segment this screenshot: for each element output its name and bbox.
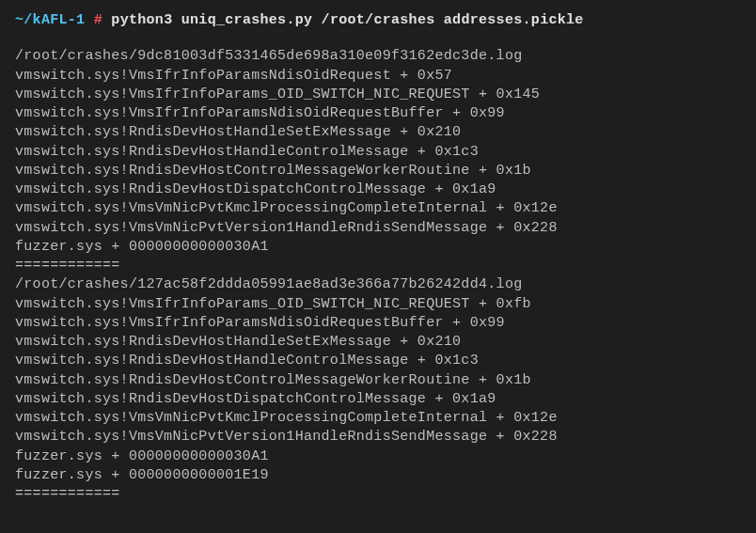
stack-frame: vmswitch.sys!RndisDevHostHandleControlMe… [15,143,741,162]
stack-frame: fuzzer.sys + 00000000000030A1 [15,238,741,257]
prompt-path: ~/kAFL-1 [15,12,85,28]
stack-frame: fuzzer.sys + 0000000000001E19 [15,466,741,485]
command-text[interactable]: python3 uniq_crashes.py /root/crashes ad… [111,12,583,28]
terminal-output: /root/crashes/9dc81003df5331465de698a310… [15,47,741,504]
stack-frame: vmswitch.sys!VmsVmNicPvtVersion1HandleRn… [15,219,741,238]
stack-frame: vmswitch.sys!VmsIfrInfoParamsNdisOidRequ… [15,314,741,333]
stack-frame: vmswitch.sys!RndisDevHostControlMessageW… [15,371,741,390]
stack-frame: vmswitch.sys!RndisDevHostDispatchControl… [15,180,741,199]
separator: ============ [15,485,741,504]
stack-frame: vmswitch.sys!VmsIfrInfoParams_OID_SWITCH… [15,295,741,314]
prompt-hash: # [94,12,112,28]
stack-frame: vmswitch.sys!RndisDevHostHandleSetExMess… [15,333,741,352]
stack-frame: vmswitch.sys!VmsIfrInfoParamsNdisOidRequ… [15,67,741,86]
stack-frame: fuzzer.sys + 00000000000030A1 [15,447,741,466]
crash-log-path: /root/crashes/9dc81003df5331465de698a310… [15,47,741,66]
terminal-prompt-line: ~/kAFL-1 # python3 uniq_crashes.py /root… [15,11,741,30]
stack-frame: vmswitch.sys!VmsVmNicPvtVersion1HandleRn… [15,428,741,447]
stack-frame: vmswitch.sys!RndisDevHostHandleControlMe… [15,352,741,370]
separator: ============ [15,257,741,275]
stack-frame: vmswitch.sys!RndisDevHostDispatchControl… [15,390,741,409]
stack-frame: vmswitch.sys!RndisDevHostControlMessageW… [15,162,741,180]
stack-frame: vmswitch.sys!VmsVmNicPvtKmclProcessingCo… [15,409,741,428]
stack-frame: vmswitch.sys!RndisDevHostHandleSetExMess… [15,123,741,142]
stack-frame: vmswitch.sys!VmsVmNicPvtKmclProcessingCo… [15,199,741,218]
stack-frame: vmswitch.sys!VmsIfrInfoParams_OID_SWITCH… [15,86,741,104]
stack-frame: vmswitch.sys!VmsIfrInfoParamsNdisOidRequ… [15,104,741,123]
crash-log-path: /root/crashes/127ac58f2ddda05991ae8ad3e3… [15,275,741,294]
